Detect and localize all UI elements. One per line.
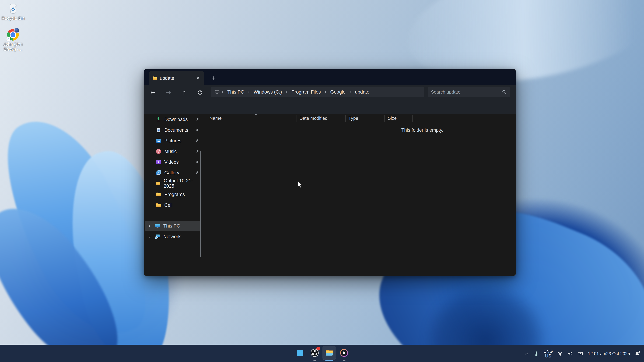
system-tray: ENG US — [523, 345, 641, 362]
sidebar-item-downloads[interactable]: Downloads — [145, 114, 201, 124]
desktop-icon-chrome-profile[interactable]: John (Jon Snow) -... — [1, 29, 25, 52]
tray-language-switcher[interactable]: ENG US — [543, 348, 554, 359]
sidebar-item-label: Documents — [164, 127, 188, 133]
tab-close-button[interactable] — [195, 75, 201, 81]
breadcrumb-this-pc[interactable]: This PC — [225, 89, 246, 95]
empty-folder-message: This folder is empty. — [391, 127, 454, 133]
sidebar-item-label: Music — [164, 149, 177, 154]
pin-icon[interactable] — [195, 117, 199, 122]
chevron-up-icon — [524, 351, 530, 357]
folder-icon — [156, 191, 162, 197]
sort-ascending-icon — [254, 113, 258, 116]
taskbar-obs-button[interactable] — [308, 346, 321, 360]
windows-start-icon — [296, 349, 304, 357]
active-running-indicator — [325, 360, 333, 361]
language-line2: US — [545, 354, 551, 358]
column-header-date-modified[interactable]: Date modified — [300, 116, 328, 121]
sidebar-item-label: Network — [163, 234, 180, 239]
chevron-right-icon — [285, 90, 288, 93]
chevron-right-icon[interactable] — [148, 224, 152, 228]
downloads-icon — [156, 116, 162, 122]
search-icon — [502, 89, 507, 95]
sidebar-item-cell-folder[interactable]: Cell — [145, 200, 201, 210]
breadcrumb: This PC Windows (C:) Program Files Googl… — [211, 86, 424, 97]
desktop-icon-label: John (Jon Snow) -... — [2, 42, 24, 52]
sidebar-scrollbar[interactable] — [200, 151, 201, 257]
tray-clock[interactable]: 12:01 am 23 Oct 2025 — [587, 348, 631, 359]
column-header-size[interactable]: Size — [388, 116, 397, 121]
sidebar-item-label: Cell — [164, 203, 172, 208]
network-icon — [154, 234, 160, 240]
sidebar-item-this-pc[interactable]: This PC — [145, 221, 201, 231]
microphone-icon — [534, 351, 539, 357]
sidebar-item-documents[interactable]: Documents — [145, 125, 201, 135]
column-header-name[interactable]: Name — [210, 116, 222, 121]
chevron-right-icon — [247, 90, 250, 93]
sidebar-item-gallery[interactable]: Gallery — [145, 168, 201, 178]
taskbar-media-player-button[interactable] — [338, 346, 351, 360]
battery-charging-icon — [578, 351, 584, 357]
explorer-body: Downloads Documents Pictures — [144, 114, 516, 265]
column-separator[interactable] — [412, 115, 413, 122]
mouse-cursor — [297, 181, 304, 188]
search-input[interactable] — [431, 89, 502, 95]
folder-icon — [152, 75, 157, 81]
column-separator[interactable] — [296, 115, 296, 122]
breadcrumb-program-files[interactable]: Program Files — [289, 89, 323, 95]
taskbar-file-explorer-button[interactable] — [322, 346, 336, 360]
sidebar-item-label: This PC — [163, 223, 180, 229]
desktop-icon-recycle-bin[interactable]: ♻ Recycle Bin — [0, 2, 26, 21]
new-tab-button[interactable] — [210, 74, 217, 82]
tray-microphone[interactable] — [533, 348, 540, 359]
sidebar-section-divider — [154, 215, 196, 215]
sidebar-item-programs-folder[interactable]: Programs — [145, 189, 201, 200]
pin-icon[interactable] — [195, 138, 199, 143]
wifi-icon — [557, 351, 563, 357]
tray-notifications[interactable] — [634, 348, 641, 359]
explorer-tab[interactable]: update — [149, 71, 204, 85]
sidebar-item-network[interactable]: Network — [145, 232, 201, 242]
back-button[interactable] — [148, 88, 158, 97]
tab-title: update — [160, 75, 192, 81]
tray-battery[interactable] — [577, 348, 584, 359]
up-button[interactable] — [179, 88, 189, 97]
pin-icon[interactable] — [195, 170, 199, 175]
start-button[interactable] — [294, 346, 307, 360]
chevron-right-icon — [348, 90, 352, 93]
arrow-right-icon — [166, 89, 172, 96]
music-icon — [156, 148, 162, 154]
sidebar-item-videos[interactable]: Videos — [145, 157, 201, 167]
breadcrumb-windows-c[interactable]: Windows (C:) — [252, 89, 284, 95]
chrome-profile-icon — [7, 29, 19, 40]
pin-icon[interactable] — [195, 160, 199, 164]
this-pc-icon — [154, 223, 160, 229]
arrow-left-icon — [150, 89, 156, 96]
sidebar-item-label: Gallery — [164, 170, 180, 176]
window-titlebar[interactable]: update — [144, 69, 516, 85]
sidebar-item-music[interactable]: Music — [145, 146, 201, 156]
shortcut-arrow-icon — [6, 37, 10, 41]
recycle-bin-icon: ♻ — [7, 2, 19, 15]
sidebar-item-pictures[interactable]: Pictures — [145, 136, 201, 146]
column-header-type[interactable]: Type — [348, 116, 358, 121]
breadcrumb-google[interactable]: Google — [328, 89, 348, 95]
speaker-icon — [567, 351, 573, 357]
forward-button[interactable] — [164, 88, 174, 97]
chevron-right-icon — [221, 90, 224, 93]
tray-show-hidden-icons[interactable] — [523, 348, 530, 359]
chevron-right-icon — [324, 90, 327, 93]
sidebar-item-output-folder[interactable]: Output 10-21-2025 — [145, 178, 201, 189]
chevron-right-icon[interactable] — [148, 235, 152, 239]
pin-icon[interactable] — [195, 128, 199, 132]
running-indicator — [343, 360, 346, 361]
column-separator[interactable] — [384, 115, 385, 122]
breadcrumb-update[interactable]: update — [353, 89, 372, 95]
refresh-button[interactable] — [195, 88, 205, 97]
tray-volume[interactable] — [567, 348, 574, 359]
this-pc-icon — [214, 89, 220, 95]
recording-badge — [316, 347, 320, 351]
search-box[interactable] — [428, 86, 510, 97]
tray-wifi[interactable] — [556, 348, 564, 359]
pictures-icon — [156, 138, 162, 144]
pin-icon[interactable] — [195, 149, 199, 154]
